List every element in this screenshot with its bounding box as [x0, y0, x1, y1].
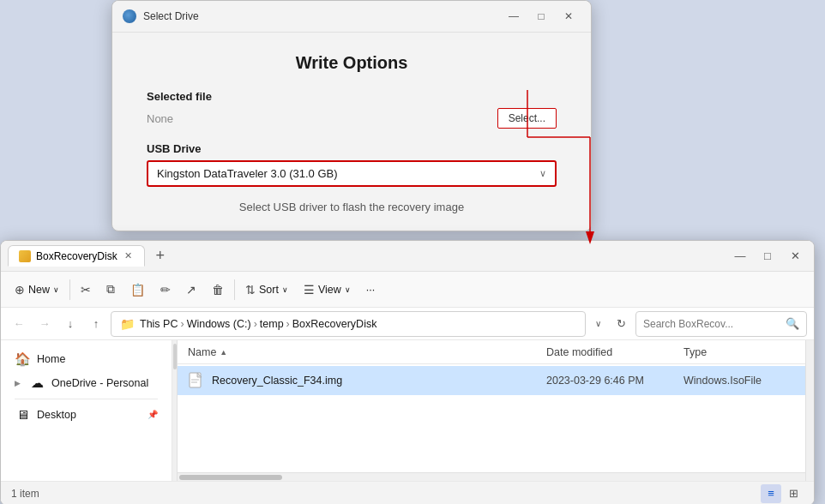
- list-view-button[interactable]: ≡: [761, 484, 781, 503]
- dialog-minimize-button[interactable]: —: [502, 8, 526, 25]
- tiles-view-button[interactable]: ⊞: [783, 484, 804, 503]
- more-label: ···: [366, 284, 375, 296]
- path-segment-boxrecovery[interactable]: BoxRecoveryDisk: [292, 318, 377, 330]
- usb-drive-label: USB Drive: [147, 142, 557, 155]
- select-drive-dialog: Select Drive — □ ✕ Write Options Selecte…: [111, 0, 592, 231]
- refresh-button[interactable]: ↻: [610, 313, 632, 335]
- cut-button[interactable]: ✂: [74, 279, 98, 301]
- address-dropdown-button[interactable]: ∨: [589, 311, 606, 337]
- column-type[interactable]: Type: [683, 346, 795, 358]
- sidebar-item-home[interactable]: 🏠 Home: [1, 347, 172, 371]
- new-button[interactable]: ⊕ New ∨: [8, 279, 66, 301]
- vertical-scrollbar[interactable]: [805, 340, 814, 481]
- rename-button[interactable]: ✏: [154, 279, 178, 301]
- tab-folder-icon: [19, 250, 31, 262]
- up-button[interactable]: ↑: [85, 313, 107, 335]
- view-button[interactable]: ☰ View ∨: [297, 279, 358, 301]
- delete-button[interactable]: 🗑: [205, 279, 231, 301]
- share-icon: ↗: [186, 283, 196, 297]
- share-button[interactable]: ↗: [179, 279, 203, 301]
- column-name[interactable]: Name ▲: [188, 346, 546, 358]
- expand-icon: ▶: [15, 379, 21, 387]
- dialog-main-title: Write Options: [147, 53, 557, 73]
- sidebar: 🏠 Home ▶ ☁ OneDrive - Personal 🖥 Desktop…: [1, 340, 172, 481]
- tab-close-button[interactable]: ✕: [123, 249, 134, 262]
- delete-icon: 🗑: [212, 283, 224, 297]
- path-segment-thispc[interactable]: This PC: [140, 318, 178, 330]
- item-count: 1 item: [11, 488, 39, 500]
- dialog-icon: [123, 9, 136, 23]
- selected-file-section: Selected file None Select...: [147, 90, 557, 129]
- search-icon[interactable]: 🔍: [786, 317, 799, 330]
- dialog-maximize-button[interactable]: □: [529, 8, 553, 25]
- explorer-content: 🏠 Home ▶ ☁ OneDrive - Personal 🖥 Desktop…: [1, 340, 814, 481]
- new-tab-button[interactable]: +: [148, 244, 172, 268]
- search-box: 🔍: [635, 311, 807, 337]
- dialog-close-button[interactable]: ✕: [557, 8, 581, 25]
- home-icon: 🏠: [15, 351, 30, 367]
- file-pane: Name ▲ Date modified Type: [178, 340, 805, 481]
- sort-button[interactable]: ⇅ Sort ∨: [238, 279, 295, 301]
- address-bar: ← → ↓ ↑ 📁 This PC › Windows (C:) › temp …: [1, 308, 814, 340]
- sort-chevron-icon: ∨: [282, 285, 288, 294]
- form-hint-text: Select USB driver to flash the recovery …: [147, 201, 557, 213]
- tab-label: BoxRecoveryDisk: [36, 250, 117, 262]
- table-row[interactable]: Recovery_Classic_F34.img 2023-03-29 6:46…: [178, 366, 805, 395]
- scrollbar-thumb[interactable]: [179, 475, 282, 480]
- explorer-maximize-button[interactable]: □: [756, 246, 780, 267]
- file-type: Windows.IsoFile: [683, 375, 795, 387]
- sort-label: Sort: [259, 284, 279, 296]
- resize-grip: [173, 344, 177, 369]
- sidebar-desktop-label: Desktop: [37, 409, 76, 421]
- rename-icon: ✏: [160, 283, 171, 297]
- paste-button[interactable]: 📋: [123, 279, 152, 301]
- file-modified: 2023-03-29 6:46 PM: [546, 375, 683, 387]
- usb-drive-section: USB Drive Kingston DataTraveler 3.0 (31.…: [147, 142, 557, 187]
- search-input[interactable]: [643, 318, 782, 330]
- usb-drive-dropdown[interactable]: Kingston DataTraveler 3.0 (31.0 GB) ∨: [147, 160, 557, 187]
- more-button[interactable]: ···: [359, 279, 382, 300]
- view-toggle-buttons: ≡ ⊞: [761, 484, 804, 503]
- horizontal-scrollbar[interactable]: [178, 472, 805, 481]
- new-icon: ⊕: [15, 283, 25, 297]
- explorer-titlebar: BoxRecoveryDisk ✕ + — □ ✕: [1, 241, 814, 272]
- new-label: New: [28, 284, 50, 296]
- down-button[interactable]: ↓: [59, 313, 81, 335]
- dialog-window-controls: — □ ✕: [502, 8, 581, 25]
- sort-icon: ⇅: [245, 283, 256, 297]
- dialog-title-text: Select Drive: [143, 10, 495, 22]
- copy-button[interactable]: ⧉: [99, 278, 122, 301]
- path-folder-icon: 📁: [120, 317, 135, 331]
- explorer-tab[interactable]: BoxRecoveryDisk ✕: [8, 245, 145, 267]
- explorer-toolbar: ⊕ New ∨ ✂ ⧉ 📋 ✏ ↗ 🗑 ⇅ Sort ∨ ☰: [1, 272, 814, 308]
- file-explorer-window: BoxRecoveryDisk ✕ + — □ ✕ ⊕ New ∨ ✂ ⧉ 📋 …: [0, 240, 815, 504]
- status-bar: 1 item ≡ ⊞: [1, 481, 814, 504]
- usb-drive-value: Kingston DataTraveler 3.0 (31.0 GB): [157, 167, 338, 180]
- sidebar-item-onedrive[interactable]: ▶ ☁ OneDrive - Personal: [1, 371, 172, 395]
- new-chevron-icon: ∨: [53, 285, 59, 294]
- sidebar-home-label: Home: [37, 353, 65, 365]
- dialog-body: Write Options Selected file None Select.…: [112, 33, 591, 231]
- sort-ascending-icon: ▲: [220, 348, 227, 357]
- explorer-window-controls: — □ ✕: [728, 246, 807, 267]
- sidebar-item-desktop[interactable]: 🖥 Desktop 📌: [1, 403, 172, 426]
- view-label: View: [318, 284, 341, 296]
- view-chevron-icon: ∨: [345, 285, 351, 294]
- file-name: Recovery_Classic_F34.img: [212, 375, 546, 387]
- path-segment-windows[interactable]: Windows (C:): [187, 318, 251, 330]
- path-separator-1: ›: [180, 318, 184, 330]
- path-separator-3: ›: [286, 318, 290, 330]
- selected-file-value: None: [147, 112, 489, 125]
- back-button[interactable]: ←: [8, 313, 30, 335]
- explorer-close-button[interactable]: ✕: [783, 246, 807, 267]
- toolbar-separator-2: [234, 279, 235, 300]
- column-modified[interactable]: Date modified: [546, 346, 683, 358]
- address-path-bar[interactable]: 📁 This PC › Windows (C:) › temp › BoxRec…: [111, 311, 586, 337]
- path-segment-temp[interactable]: temp: [260, 318, 284, 330]
- forward-button[interactable]: →: [33, 313, 56, 335]
- column-modified-label: Date modified: [546, 346, 612, 358]
- column-name-label: Name: [188, 346, 216, 358]
- explorer-minimize-button[interactable]: —: [728, 246, 752, 267]
- pin-icon: 📌: [148, 410, 158, 419]
- select-file-button[interactable]: Select...: [497, 108, 557, 129]
